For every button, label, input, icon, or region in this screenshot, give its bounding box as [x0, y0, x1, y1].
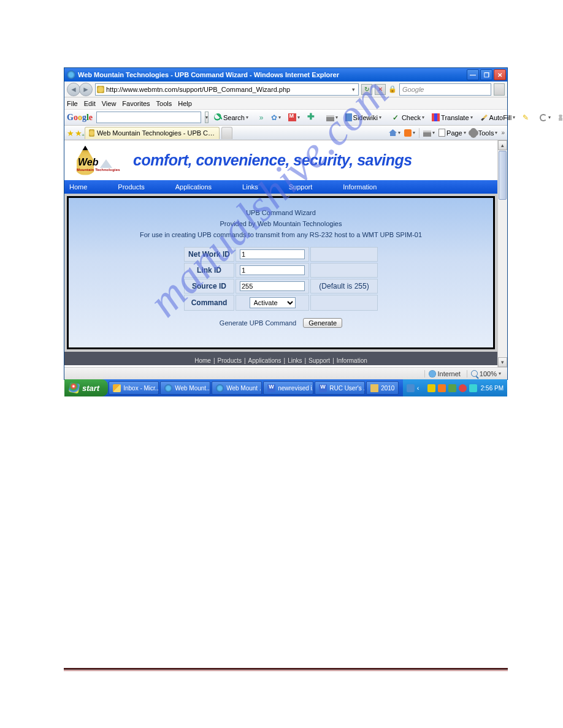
page-button[interactable]: Page▾ [439, 129, 466, 137]
nav-information[interactable]: Information [343, 183, 377, 191]
browser-tab[interactable]: Web Mountain Technologies - UPB Command … [85, 127, 220, 139]
print-button[interactable]: ▾ [423, 129, 435, 137]
wizard-title: UPB Command Wizard [76, 209, 486, 216]
wrench-icon [540, 114, 547, 121]
footer-products[interactable]: Products [218, 357, 242, 364]
search-go-button[interactable] [494, 83, 505, 96]
tools-button[interactable]: Tools▾ [470, 129, 498, 137]
settings-button[interactable]: ▾ [538, 114, 553, 121]
scroll-down-button[interactable]: ▾ [498, 357, 507, 367]
plus-button[interactable]: ✚ [305, 113, 317, 121]
taskbar-clock[interactable]: 2:56 PM [481, 385, 504, 392]
translate-icon [432, 113, 440, 121]
nav-links[interactable]: Links [242, 183, 258, 191]
taskbar-item-folder[interactable]: 2010 [366, 381, 399, 395]
menu-view[interactable]: View [102, 100, 117, 107]
system-tray: ‹ 2:56 PM [403, 379, 507, 396]
highlight-button[interactable]: ✎ [521, 113, 530, 122]
taskbar-item-word2[interactable]: RUC User's ... [315, 381, 365, 395]
refresh-button[interactable]: ↻ [361, 84, 372, 95]
taskbar-item-outlook[interactable]: Inbox - Micr... [109, 381, 159, 395]
minimize-button[interactable]: — [467, 69, 479, 80]
tray-icon[interactable] [448, 384, 456, 392]
expand-button[interactable]: » [501, 129, 505, 136]
nav-applications[interactable]: Applications [175, 183, 212, 191]
zoom-control[interactable]: 100% ▾ [467, 370, 505, 377]
tray-icon[interactable] [427, 384, 435, 392]
home-button[interactable]: ▾ [389, 129, 400, 136]
maximize-button[interactable]: ❐ [480, 69, 492, 80]
scroll-thumb[interactable] [499, 151, 507, 200]
user-icon [558, 114, 563, 121]
word-icon [319, 384, 327, 392]
scroll-up-button[interactable]: ▴ [498, 140, 507, 150]
nav-support[interactable]: Support [289, 183, 313, 191]
menu-tools[interactable]: Tools [156, 100, 172, 107]
menu-help[interactable]: Help [178, 100, 192, 107]
footer-applications[interactable]: Applications [248, 357, 282, 364]
network-id-input[interactable] [240, 249, 305, 259]
wizard-desc: For use in creating UPB commands to tran… [76, 231, 486, 238]
command-select[interactable]: Activate [250, 297, 296, 308]
add-favorite-icon[interactable]: ★+ [75, 129, 83, 137]
translate-button[interactable]: Translate▾ [430, 113, 474, 121]
url-input[interactable] [106, 86, 348, 93]
print-icon [423, 131, 431, 137]
new-tab-button[interactable] [221, 127, 232, 139]
sidewiki-button[interactable]: Sidewiki▾ [343, 113, 383, 121]
tray-icon[interactable]: ‹ [417, 384, 425, 392]
google-search-dropdown[interactable]: ▾ [205, 112, 209, 123]
start-orb-icon [69, 382, 80, 394]
tray-icon[interactable] [469, 384, 477, 392]
footer-home[interactable]: Home [194, 357, 211, 364]
feeds-button[interactable]: ▾ [404, 129, 415, 137]
start-button[interactable]: start [64, 379, 108, 396]
search-placeholder: Google [402, 86, 424, 93]
security-zone[interactable]: Internet [424, 370, 464, 377]
spellcheck-button[interactable]: ✓Check▾ [391, 113, 426, 121]
page-slogan: comfort, convenience, security, savings [133, 151, 412, 169]
page-nav: Home Products Applications Links Support… [64, 180, 497, 194]
google-search-button[interactable]: Search▾ [212, 113, 250, 121]
tray-icon[interactable] [407, 384, 415, 392]
ssl-lock-icon: 🔒 [388, 85, 397, 94]
generate-button[interactable]: Generate [303, 318, 342, 328]
menu-file[interactable]: File [67, 100, 78, 107]
footer-information[interactable]: Information [337, 357, 367, 364]
taskbar-item-ie1[interactable]: Web Mount... [160, 381, 210, 395]
share-button[interactable]: » [258, 113, 266, 122]
forward-button[interactable]: ► [79, 83, 93, 96]
bookmark-button[interactable]: ✿▾ [269, 113, 283, 122]
menu-favorites[interactable]: Favorites [122, 100, 150, 107]
back-button[interactable]: ◄ [67, 83, 80, 96]
google-search-input[interactable] [96, 112, 201, 123]
taskbar-item-word1[interactable]: newrevised i... [263, 381, 313, 395]
menu-edit[interactable]: Edit [84, 100, 96, 107]
page-icon [439, 129, 445, 137]
link-id-input[interactable] [240, 265, 305, 275]
stop-button[interactable]: ✕ [375, 84, 386, 95]
tray-icon[interactable] [459, 384, 467, 392]
word-icon [267, 384, 275, 392]
vertical-scrollbar[interactable]: ▴ ▾ [497, 140, 507, 367]
source-id-input[interactable] [240, 281, 305, 291]
site-favicon [97, 86, 104, 93]
footer-links[interactable]: Links [288, 357, 302, 364]
nav-products[interactable]: Products [118, 183, 144, 191]
gmail-button[interactable]: ▾ [286, 113, 302, 121]
printer-button[interactable]: ▾ [324, 114, 340, 121]
url-dropdown[interactable]: ▾ [350, 86, 357, 93]
autofill-button[interactable]: AutoFill▾ [478, 114, 518, 121]
footer-support[interactable]: Support [308, 357, 330, 364]
command-note [310, 295, 378, 311]
signin-button[interactable]: Sign In▾ [556, 110, 563, 125]
taskbar-item-ie2[interactable]: Web Mount ... [212, 381, 262, 395]
page-header: Web Mountain Technologies comfort, conve… [64, 140, 497, 180]
generate-row: Generate UPB Command Generate [76, 318, 486, 328]
favorites-star-icon[interactable]: ★ [67, 129, 75, 137]
close-button[interactable]: ✕ [494, 69, 506, 80]
nav-home[interactable]: Home [69, 183, 87, 191]
mail-icon [288, 113, 296, 121]
search-box[interactable]: Google [399, 83, 491, 96]
tray-icon[interactable] [438, 384, 446, 392]
